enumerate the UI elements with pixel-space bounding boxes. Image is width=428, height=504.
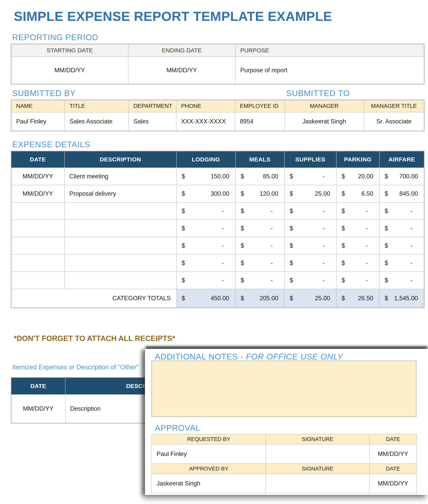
starting-date-cell[interactable]: MM/DD/YY <box>11 57 128 84</box>
expense-lodging-cell[interactable]: $- <box>176 202 235 220</box>
requested-signature-cell[interactable] <box>266 444 369 464</box>
currency-symbol: $ <box>290 190 293 197</box>
itemized-expenses-label: Itemized Expenses or Description of "Oth… <box>12 363 139 371</box>
expense-supplies-cell[interactable]: $- <box>284 202 336 220</box>
expense-lodging-cell[interactable]: $- <box>176 254 235 272</box>
title-cell[interactable]: Sales Associate <box>65 112 129 131</box>
additional-notes-box[interactable] <box>151 361 416 417</box>
for-office-use-only-label: FOR OFFICE USE ONLY <box>246 352 343 361</box>
expense-parking-cell[interactable]: $- <box>336 254 379 272</box>
expense-date-cell[interactable] <box>11 237 65 254</box>
expense-lodging-cell[interactable]: $300.00 <box>176 185 235 202</box>
expense-row: $- $- $- $- $- <box>11 272 424 289</box>
manager-cell[interactable]: Jaskeerat Singh <box>285 112 364 131</box>
expense-date-cell[interactable] <box>11 254 65 272</box>
department-cell[interactable]: Sales <box>129 112 176 131</box>
expense-lodging-header: LODGING <box>176 151 235 168</box>
attach-receipts-note: *DON'T FORGET TO ATTACH ALL RECEIPTS* <box>14 334 175 343</box>
expense-date-cell[interactable] <box>11 272 65 289</box>
expense-lodging-cell[interactable]: $150.00 <box>176 168 235 185</box>
currency-symbol: $ <box>342 242 345 249</box>
expense-row: MM/DD/YY Proposal delivery $300.00 $120.… <box>11 185 424 202</box>
expense-supplies-cell[interactable]: $- <box>284 168 336 185</box>
expense-row: $- $- $- $- $- <box>11 202 424 220</box>
expense-supplies-header: SUPPLIES <box>284 151 336 168</box>
reporting-period-heading: REPORTING PERIOD <box>12 33 98 42</box>
currency-symbol: $ <box>290 259 293 266</box>
requested-by-header: REQUESTED BY <box>152 434 266 444</box>
expense-lodging-cell[interactable]: $- <box>176 220 235 237</box>
expense-description-cell[interactable] <box>65 202 176 220</box>
expense-meals-cell[interactable]: $- <box>235 272 284 289</box>
expense-airfare-cell[interactable]: $700.00 <box>379 168 424 185</box>
expense-date-cell[interactable]: MM/DD/YY <box>11 168 65 185</box>
expense-supplies-cell[interactable]: $- <box>284 220 336 237</box>
expense-meals-cell[interactable]: $85.00 <box>235 168 284 185</box>
expense-supplies-cell[interactable]: $- <box>284 272 336 289</box>
expense-meals-header: MEALS <box>235 151 284 168</box>
expense-date-cell[interactable]: MM/DD/YY <box>11 185 65 202</box>
expense-supplies-cell[interactable]: $- <box>284 254 336 272</box>
expense-meals-cell[interactable]: $- <box>235 254 284 272</box>
expense-description-cell[interactable] <box>65 220 176 237</box>
expense-airfare-cell[interactable]: $- <box>379 202 424 220</box>
expense-details-table: DATE DESCRIPTION LODGING MEALS SUPPLIES … <box>11 151 424 308</box>
currency-symbol: $ <box>182 295 185 302</box>
currency-symbol: $ <box>385 207 388 214</box>
expense-lodging-cell[interactable]: $- <box>176 272 235 289</box>
requested-by-name-cell[interactable]: Paul Finley <box>152 444 266 464</box>
employee-id-cell[interactable]: 8954 <box>235 112 285 131</box>
expense-description-cell[interactable] <box>65 272 176 289</box>
approved-by-name-cell[interactable]: Jaskeerat Singh <box>152 474 266 493</box>
expense-meals-cell[interactable]: $- <box>235 220 284 237</box>
ending-date-cell[interactable]: MM/DD/YY <box>128 57 235 84</box>
expense-details-heading: EXPENSE DETAILS <box>12 140 90 149</box>
expense-date-header: DATE <box>11 151 65 168</box>
expense-parking-cell[interactable]: $- <box>336 237 379 254</box>
approved-date-cell[interactable]: MM/DD/YY <box>369 474 417 493</box>
expense-supplies-cell[interactable]: $- <box>284 237 336 254</box>
expense-airfare-cell[interactable]: $- <box>379 220 424 237</box>
expense-airfare-cell[interactable]: $- <box>379 237 424 254</box>
expense-date-cell[interactable] <box>11 202 65 220</box>
currency-symbol: $ <box>342 190 345 197</box>
expense-parking-cell[interactable]: $20.00 <box>336 168 379 185</box>
category-totals-label: CATEGORY TOTALS <box>11 289 176 308</box>
currency-symbol: $ <box>342 295 345 302</box>
date-header: DATE <box>369 464 417 474</box>
itemized-date-cell[interactable]: MM/DD/YY <box>11 394 65 423</box>
phone-cell[interactable]: XXX-XXX-XXXX <box>176 112 235 131</box>
purpose-cell[interactable]: Purpose of report <box>235 57 424 84</box>
currency-symbol: $ <box>385 277 388 284</box>
expense-description-cell[interactable]: Proposal delivery <box>65 185 176 202</box>
expense-airfare-cell[interactable]: $- <box>379 272 424 289</box>
expense-parking-cell[interactable]: $- <box>336 202 379 220</box>
currency-symbol: $ <box>241 190 244 197</box>
currency-symbol: $ <box>290 225 293 232</box>
name-cell[interactable]: Paul Finley <box>11 112 65 131</box>
phone-header: PHONE <box>176 100 235 112</box>
expense-lodging-cell[interactable]: $- <box>176 237 235 254</box>
expense-meals-cell[interactable]: $- <box>235 237 284 254</box>
expense-description-cell[interactable] <box>65 254 176 272</box>
expense-description-cell[interactable] <box>65 237 176 254</box>
expense-supplies-cell[interactable]: $25.00 <box>284 185 336 202</box>
requested-date-cell[interactable]: MM/DD/YY <box>369 444 417 464</box>
expense-date-cell[interactable] <box>11 220 65 237</box>
expense-meals-cell[interactable]: $120.00 <box>235 185 284 202</box>
expense-airfare-cell[interactable]: $845.00 <box>379 185 424 202</box>
currency-symbol: $ <box>182 242 185 249</box>
expense-parking-cell[interactable]: $- <box>336 220 379 237</box>
currency-symbol: $ <box>290 207 293 214</box>
expense-airfare-cell[interactable]: $- <box>379 254 424 272</box>
date-header: DATE <box>369 434 417 444</box>
expense-parking-cell[interactable]: $- <box>336 272 379 289</box>
approved-signature-cell[interactable] <box>266 474 369 493</box>
expense-description-cell[interactable]: Client meeting <box>65 168 176 185</box>
ending-date-header: ENDING DATE <box>128 44 235 57</box>
manager-title-cell[interactable]: Sr. Associate <box>364 112 424 131</box>
approval-heading: APPROVAL <box>155 423 200 433</box>
expense-meals-cell[interactable]: $- <box>235 202 284 220</box>
currency-symbol: $ <box>385 190 388 197</box>
expense-parking-cell[interactable]: $6.50 <box>336 185 379 202</box>
